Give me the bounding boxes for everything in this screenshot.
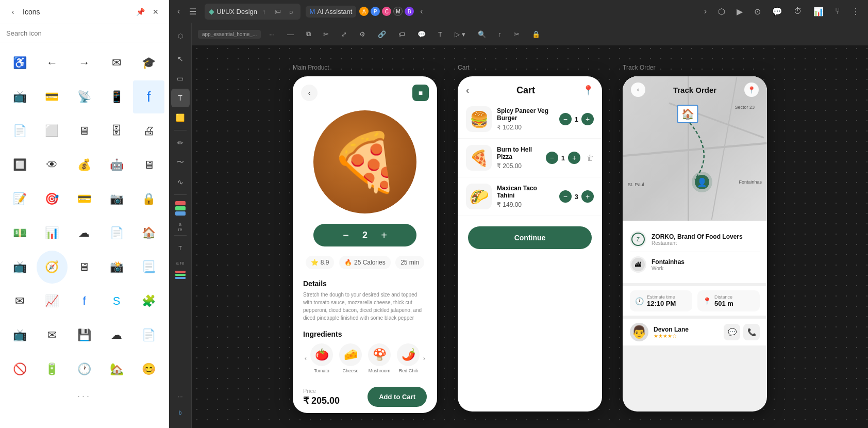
toolbar-zoom[interactable]: 🔍 <box>474 28 490 40</box>
fb2-icon[interactable]: f <box>69 285 100 318</box>
email-icon[interactable]: ✉ <box>4 285 36 318</box>
qty-plus-btn[interactable]: + <box>378 229 390 241</box>
comment-icon[interactable]: 💬 <box>769 5 786 19</box>
frame-tool[interactable]: ▭ <box>171 69 190 88</box>
record-icon[interactable]: ⊙ <box>751 5 764 19</box>
tv-icon[interactable]: 📺 <box>4 80 36 113</box>
monitor-icon[interactable]: 📺 <box>4 251 36 284</box>
toolbar-select[interactable]: ▷ ▾ <box>450 28 470 40</box>
toolbar-balloon[interactable]: 💬 <box>413 28 430 40</box>
layout-icon[interactable]: 📺 <box>4 319 36 352</box>
cart-plus-0[interactable]: + <box>581 113 594 125</box>
expand-btn[interactable]: › <box>701 5 710 18</box>
chat-btn[interactable]: 💬 <box>724 324 740 340</box>
puzzle-icon[interactable]: 🧩 <box>133 285 164 318</box>
wave-tool[interactable]: ∿ <box>171 173 190 191</box>
upload-icon[interactable]: ↑ <box>259 6 269 18</box>
timer-icon[interactable]: ⏱ <box>791 5 805 18</box>
toolbar-settings[interactable]: ⚙ <box>355 28 370 40</box>
server-icon[interactable]: 🗄 <box>101 114 132 147</box>
cart-back-btn[interactable]: ‹ <box>466 85 469 96</box>
floppy-icon[interactable]: 💾 <box>69 319 100 352</box>
tag-icon[interactable]: 🏷 <box>271 6 284 18</box>
lock-icon[interactable]: 🔒 <box>133 183 164 216</box>
tab-label[interactable]: UI/UX Design <box>216 8 257 15</box>
play-icon[interactable]: ▶ <box>733 5 746 19</box>
search-bar[interactable] <box>0 24 169 42</box>
share-icon[interactable]: ⬡ <box>715 5 728 19</box>
more-btn[interactable]: ⋮ <box>848 5 863 19</box>
dots-icon[interactable]: 👁 <box>37 149 68 182</box>
camera-icon[interactable]: 📸 <box>101 251 132 284</box>
move-tool[interactable]: ↖ <box>171 50 190 68</box>
screen-plus-icon[interactable]: 🖥 <box>69 251 100 284</box>
continue-btn[interactable]: Continue <box>468 226 592 249</box>
product-back-btn[interactable]: ‹ <box>301 85 318 101</box>
document-icon[interactable]: 📄 <box>4 114 36 147</box>
toolbar-resize[interactable]: ⤢ <box>337 28 351 40</box>
emoji-icon[interactable]: 😊 <box>133 353 164 386</box>
file-icon[interactable]: 📄 <box>101 217 132 250</box>
select-tool[interactable]: T <box>171 89 190 107</box>
wallet-icon[interactable]: 💳 <box>37 80 68 113</box>
toolbar-tag2[interactable]: 🏷 <box>394 28 409 40</box>
no-icon[interactable]: 🚫 <box>4 353 36 386</box>
cart-minus-1[interactable]: − <box>546 152 558 164</box>
selection-icon[interactable]: 🔲 <box>4 149 36 182</box>
cart-plus-1[interactable]: + <box>568 152 580 164</box>
chart-icon[interactable]: 📊 <box>37 217 68 250</box>
screen-icon[interactable]: 🖥 <box>69 114 100 147</box>
search-icon[interactable]: ⌕ <box>286 6 296 18</box>
signal-icon[interactable]: 📡 <box>69 80 100 113</box>
arrow-left-icon[interactable]: ← <box>37 46 68 79</box>
photo-icon[interactable]: 📷 <box>101 183 132 216</box>
arrow-right-icon[interactable]: → <box>69 46 100 79</box>
pin-icon[interactable]: 📌 <box>135 6 146 18</box>
back-nav-btn[interactable]: ‹ <box>174 5 183 18</box>
toolbar-dots[interactable]: ··· <box>265 28 279 40</box>
toolbar-minimize[interactable]: — <box>283 28 298 40</box>
doc-icon[interactable]: 📃 <box>133 251 164 284</box>
sticky-tool[interactable]: 🟨 <box>171 108 190 127</box>
toolbar-text[interactable]: T <box>434 28 446 40</box>
chart2-icon[interactable]: 📊 <box>810 5 827 19</box>
robot-icon[interactable]: 🤖 <box>101 149 132 182</box>
cart-plus-2[interactable]: + <box>581 190 594 203</box>
collapse-btn[interactable]: ‹ <box>417 5 426 18</box>
home-icon[interactable]: 🏠 <box>133 217 164 250</box>
track-back-btn[interactable]: ‹ <box>631 83 645 97</box>
house-icon[interactable]: 🏡 <box>101 353 132 386</box>
pen-tool[interactable]: ✏ <box>171 134 190 152</box>
facebook-icon[interactable]: f <box>133 80 164 113</box>
toolbar-copy[interactable]: ⧉ <box>302 28 315 40</box>
mail-icon[interactable]: ✉ <box>101 46 132 79</box>
money-icon[interactable]: 💰 <box>69 149 100 182</box>
accessibility-icon[interactable]: ♿ <box>4 46 36 79</box>
toolbar-crop[interactable]: ✂ <box>319 28 333 40</box>
user-icon[interactable]: 🎓 <box>133 46 164 79</box>
cash-icon[interactable]: 💵 <box>4 217 36 250</box>
cart-minus-2[interactable]: − <box>559 190 572 203</box>
toolbar-upload2[interactable]: ↑ <box>494 28 506 40</box>
desktop-icon[interactable]: 🖥 <box>133 149 164 182</box>
square-icon[interactable]: ⬜ <box>37 114 68 147</box>
track-location-btn[interactable]: 📍 <box>744 83 759 97</box>
envelope-icon[interactable]: ✉ <box>37 319 68 352</box>
print-icon[interactable]: 🖨 <box>133 114 164 147</box>
invoice-icon[interactable]: 💳 <box>69 183 100 216</box>
branch-icon[interactable]: ⑂ <box>832 5 843 18</box>
compass-icon[interactable]: 🧭 <box>37 251 68 284</box>
note-icon[interactable]: 📝 <box>4 183 36 216</box>
clock-icon[interactable]: 🕐 <box>69 353 100 386</box>
phone-icon[interactable]: 📱 <box>101 80 132 113</box>
skype-icon[interactable]: S <box>101 285 132 318</box>
cart-minus-0[interactable]: − <box>559 113 572 125</box>
add-to-cart-btn[interactable]: Add to Cart <box>368 387 427 407</box>
toolbar-lock[interactable]: 🔒 <box>528 28 544 40</box>
text-tool-2[interactable]: T <box>171 239 190 257</box>
toolbar-scissors[interactable]: ✂ <box>510 28 524 40</box>
battery-icon[interactable]: 🔋 <box>37 353 68 386</box>
call-btn[interactable]: 📞 <box>743 324 760 340</box>
search-input[interactable] <box>6 29 162 37</box>
cloud-icon[interactable]: ☁ <box>69 217 100 250</box>
